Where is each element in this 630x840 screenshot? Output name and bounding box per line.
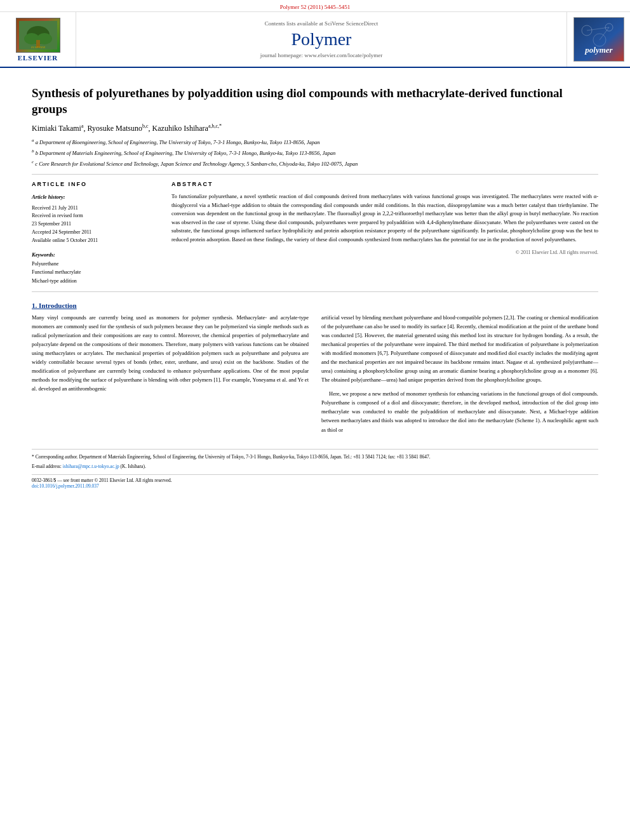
footnote-email: E-mail address: ishihara@mpc.t.u-tokyo.a… — [32, 463, 598, 470]
abstract-text: To functionalize polyurethane, a novel s… — [171, 192, 598, 244]
keywords-list: Polyurethane Functional methacrylate Mic… — [32, 260, 159, 286]
main-content: Synthesis of polyurethanes by polyadditi… — [0, 68, 630, 502]
footnote-email-link[interactable]: ishihara@mpc.t.u-tokyo.ac.jp — [63, 463, 119, 469]
article-history: Article history: Received 21 July 2011 R… — [32, 192, 159, 244]
elsevier-logo-area: ELSEVIER ELSEVIER — [0, 12, 76, 67]
journal-homepage: journal homepage: www.elsevier.com/locat… — [260, 52, 382, 58]
page: Polymer 52 (2011) 5445–5451 ELSEVIER ELS — [0, 0, 630, 840]
issn-line: 0032-3861/$ — see front matter © 2011 El… — [32, 477, 598, 483]
intro-para-2: artificial vessel by blending merchant p… — [321, 313, 598, 384]
intro-para-1: Many vinyl compounds are currently being… — [32, 313, 309, 393]
copyright-line: © 2011 Elsevier Ltd. All rights reserved… — [171, 250, 598, 255]
journal-header: ELSEVIER ELSEVIER Contents lists availab… — [0, 12, 630, 68]
article-info-label: ARTICLE INFO — [32, 181, 159, 187]
keyword-3: Michael-type addition — [32, 277, 159, 286]
svg-text:polymer: polymer — [584, 45, 613, 55]
keyword-2: Functional methacrylate — [32, 268, 159, 277]
intro-para-3: Here, we propose a new method of monomer… — [321, 389, 598, 434]
received-revised-date: 23 September 2011 — [32, 220, 159, 229]
accepted-date: Accepted 24 September 2011 — [32, 229, 159, 237]
footnote-star: * Corresponding author. Department of Ma… — [32, 453, 598, 461]
sciverse-line: Contents lists available at SciVerse Sci… — [265, 20, 379, 27]
abstract-col: ABSTRACT To functionalize polyurethane, … — [171, 181, 598, 285]
affiliation-a: a a Department of Bioengineering, School… — [32, 137, 598, 147]
footnote-section: * Corresponding author. Department of Ma… — [32, 449, 598, 470]
article-title: Synthesis of polyurethanes by polyadditi… — [32, 86, 598, 117]
divider-2 — [32, 291, 598, 292]
received-revised-label: Received in revised form — [32, 212, 159, 220]
author-kazuhiko: Kazuhiko Ishihara — [152, 124, 208, 133]
authors-line: Kimiaki Takamia, Ryosuke Matsunob,c, Kaz… — [32, 123, 598, 133]
body-content: 1. Introduction Many vinyl compounds are… — [32, 302, 598, 439]
article-info-col: ARTICLE INFO Article history: Received 2… — [32, 181, 159, 285]
received-date: Received 21 July 2011 — [32, 204, 159, 213]
svg-text:ELSEVIER: ELSEVIER — [30, 46, 44, 49]
journal-title: Polymer — [292, 29, 352, 50]
doi-link[interactable]: doi:10.1016/j.polymer.2011.09.037 — [32, 483, 99, 489]
affiliations: a a Department of Bioengineering, School… — [32, 137, 598, 168]
article-info-abstract: ARTICLE INFO Article history: Received 2… — [32, 181, 598, 285]
keywords-heading: Keywords: — [32, 251, 159, 258]
elsevier-wordmark: ELSEVIER — [18, 54, 58, 62]
elsevier-tree-logo: ELSEVIER — [16, 18, 60, 53]
intro-heading: 1. Introduction — [32, 302, 598, 309]
affiliation-b: b b Department of Materials Engineering,… — [32, 148, 598, 157]
journal-info-center: Contents lists available at SciVerse Sci… — [76, 12, 566, 67]
doi-section: 0032-3861/$ — see front matter © 2011 El… — [32, 474, 598, 489]
intro-col-left: Many vinyl compounds are currently being… — [32, 313, 309, 439]
author-ryosuke: Ryosuke Matsuno — [88, 124, 143, 133]
available-date: Available online 5 October 2011 — [32, 237, 159, 245]
history-heading: Article history: — [32, 192, 159, 201]
doi-line: doi:10.1016/j.polymer.2011.09.037 — [32, 483, 598, 489]
affiliation-c: c c Core Research for Evolutional Scienc… — [32, 159, 598, 168]
author-kimiaki: Kimiaki Takami — [32, 124, 81, 133]
abstract-label: ABSTRACT — [171, 181, 598, 187]
citation-text: Polymer 52 (2011) 5445–5451 — [280, 4, 350, 10]
keyword-1: Polyurethane — [32, 260, 159, 269]
divider-1 — [32, 174, 598, 175]
intro-col-right: artificial vessel by blending merchant p… — [321, 313, 598, 439]
citation-bar: Polymer 52 (2011) 5445–5451 — [0, 0, 630, 12]
elsevier-logo: ELSEVIER ELSEVIER — [16, 18, 60, 62]
polymer-logo-area: polymer — [566, 12, 630, 67]
intro-two-col: Many vinyl compounds are currently being… — [32, 313, 598, 439]
polymer-logo: polymer — [573, 17, 624, 62]
